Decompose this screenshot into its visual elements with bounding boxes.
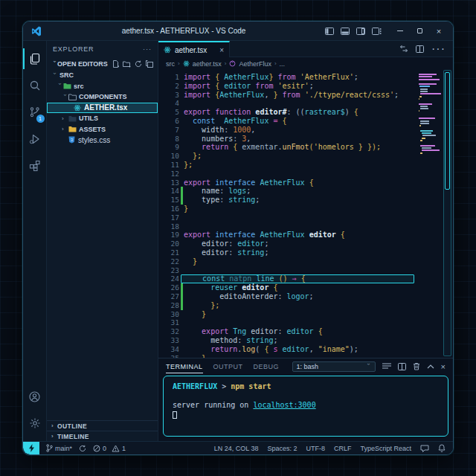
- tree-item-src[interactable]: ›SRC: [47, 70, 158, 81]
- code-line-20[interactable]: 20 editor: editor;: [158, 239, 453, 248]
- code-line-8[interactable]: 8 numbers: 3,: [158, 135, 453, 144]
- code-line-35[interactable]: 35 }: [158, 354, 453, 358]
- tree-item-styles-css[interactable]: 3styles.css: [47, 135, 158, 146]
- code-line-5[interactable]: 5export function editor#: ((rastrear$) {: [158, 108, 453, 117]
- code-line-17[interactable]: 17: [158, 213, 453, 222]
- code-line-11[interactable]: 11};: [158, 161, 453, 170]
- tab-debug[interactable]: DEBUG: [254, 360, 280, 373]
- code-line-21[interactable]: 21 editor: string;: [158, 248, 453, 257]
- scrollbar-thumb[interactable]: [445, 72, 450, 190]
- activity-explorer[interactable]: [23, 45, 47, 72]
- panel-maximize-icon[interactable]: [427, 364, 434, 369]
- encoding[interactable]: UTF-8: [306, 445, 325, 452]
- code-line-7[interactable]: 7 width: 1000,: [158, 126, 453, 135]
- sync-status[interactable]: [79, 445, 86, 452]
- code-line-9[interactable]: 9 return { exmentar.unFmot('homelors } }…: [158, 143, 453, 152]
- layout-sidebar-left-icon[interactable]: [325, 28, 334, 35]
- maximize-button[interactable]: [411, 25, 428, 38]
- title-bar: aether.tsx - AETHERFLUX - VS Code ×: [23, 22, 453, 41]
- tab-output[interactable]: OUTPUT: [213, 360, 243, 373]
- code-line-6[interactable]: 6 const AetherFlux = {: [158, 117, 453, 126]
- activity-search[interactable]: [23, 72, 47, 99]
- cursor-position[interactable]: LN 24, COL 38: [214, 445, 259, 452]
- eol-sequence[interactable]: CRLF: [334, 445, 352, 452]
- code-line-31[interactable]: 31: [158, 318, 453, 327]
- editor-scrollbar[interactable]: [443, 70, 451, 356]
- code-line-23[interactable]: 23: [158, 266, 453, 275]
- code-line-26[interactable]: 26 reuser editor {: [158, 283, 453, 292]
- close-button[interactable]: ×: [431, 25, 447, 38]
- code-line-30[interactable]: 30 }: [158, 310, 453, 319]
- code-line-28[interactable]: 28 };: [158, 301, 453, 310]
- timeline-section[interactable]: › TIMELINE: [47, 431, 158, 441]
- activity-account[interactable]: [23, 383, 47, 410]
- breadcrumb-src[interactable]: src: [166, 60, 175, 68]
- code-line-14[interactable]: 14 name: logs;: [158, 187, 453, 196]
- code-line-13[interactable]: 13export interface AetherFlux {: [158, 178, 453, 187]
- code-line-3[interactable]: 3import {AetherFlux, } from './ttype/rea…: [158, 91, 453, 100]
- indentation[interactable]: Spaces: 2: [267, 445, 297, 452]
- breadcrumb-file[interactable]: aether.tsx: [193, 60, 222, 68]
- code-line-4[interactable]: 4: [158, 99, 453, 108]
- git-branch-status[interactable]: main*: [46, 444, 72, 452]
- code-line-2[interactable]: 2import { editor from 'esitr';: [158, 82, 453, 91]
- minimap[interactable]: [419, 74, 441, 155]
- panel-close-icon[interactable]: ×: [441, 362, 446, 371]
- code-line-12[interactable]: 12: [158, 170, 453, 178]
- problems-status[interactable]: 0 1: [93, 445, 126, 452]
- open-changes-icon[interactable]: [399, 45, 408, 53]
- tab-terminal[interactable]: TERMINAL: [166, 360, 203, 373]
- breadcrumb-more[interactable]: ...: [280, 60, 286, 68]
- feedback-icon[interactable]: [420, 445, 429, 452]
- line-number: 22: [158, 257, 179, 266]
- tree-item-src[interactable]: ›src: [47, 81, 158, 92]
- code-line-19[interactable]: 19export interface AetherFlux editor {: [158, 231, 453, 239]
- new-file-icon[interactable]: [112, 60, 119, 68]
- more-actions-icon[interactable]: ···: [431, 42, 446, 56]
- terminal-menu-icon[interactable]: [382, 363, 391, 370]
- code-editor[interactable]: 1import { AetherFlux} from 'AetherFlux';…: [158, 70, 453, 358]
- open-editors-section[interactable]: › OPEN EDITORS: [47, 57, 158, 70]
- line-number: 26: [158, 283, 179, 292]
- code-line-33[interactable]: 33 method: string;: [158, 336, 453, 345]
- layout-sidebar-right-icon[interactable]: [356, 28, 365, 35]
- activity-run-debug[interactable]: [23, 126, 47, 152]
- code-line-32[interactable]: 32 export Tng editor: editor {: [158, 327, 453, 336]
- code-line-15[interactable]: 15 type: string;: [158, 196, 453, 205]
- minimize-button[interactable]: [392, 25, 408, 38]
- code-line-10[interactable]: 10 };: [158, 152, 453, 161]
- terminal-shell-select[interactable]: 1: bash ›: [292, 361, 376, 372]
- remote-indicator[interactable]: [23, 442, 39, 454]
- collapse-all-icon[interactable]: [146, 60, 153, 68]
- outline-section[interactable]: › OUTLINE: [47, 420, 158, 431]
- code-line-24[interactable]: 24 const natpn line () ⇒ {: [158, 274, 453, 283]
- breadcrumb-symbol[interactable]: AetherFlux: [239, 60, 271, 68]
- layout-customize-icon[interactable]: [372, 28, 382, 35]
- activity-source-control[interactable]: 1: [23, 99, 47, 126]
- split-editor-icon[interactable]: [416, 45, 424, 53]
- layout-panel-icon[interactable]: [341, 28, 350, 35]
- refresh-icon[interactable]: [135, 60, 142, 68]
- tree-item-aether-tsx[interactable]: AETHER.tsx: [47, 103, 158, 114]
- code-line-16[interactable]: 16}: [158, 205, 453, 213]
- code-line-34[interactable]: 34 return.log( { s editor, "iname");: [158, 345, 453, 354]
- explorer-more-icon[interactable]: ···: [143, 45, 152, 53]
- trash-icon[interactable]: [413, 362, 420, 370]
- tab-close-icon[interactable]: ×: [219, 46, 224, 54]
- new-folder-icon[interactable]: [123, 60, 131, 68]
- bell-icon[interactable]: [438, 444, 446, 452]
- code-line-18[interactable]: 18: [158, 222, 453, 231]
- activity-settings[interactable]: [23, 410, 47, 437]
- activity-extensions[interactable]: [23, 152, 47, 179]
- language-mode[interactable]: TypeScript React: [360, 445, 411, 452]
- tree-item-utils[interactable]: ›UTILS: [47, 113, 158, 124]
- tree-item-components[interactable]: ›COMPONENTS: [47, 91, 158, 103]
- tab-aether-tsx[interactable]: aether.tsx ×: [158, 41, 230, 57]
- code-line-22[interactable]: 22 }: [158, 257, 453, 266]
- terminal-output[interactable]: AETHERFLUX > npm start server running on…: [163, 376, 448, 437]
- code-line-1[interactable]: 1import { AetherFlux} from 'AetherFlux';: [158, 73, 453, 82]
- split-terminal-icon[interactable]: [398, 363, 406, 370]
- code-line-27[interactable]: 27 editoAnterder: logor;: [158, 292, 453, 301]
- tree-item-assets[interactable]: ›ASSETS: [47, 124, 158, 135]
- breadcrumb[interactable]: src › aether.tsx › AetherFlux › ...: [158, 57, 453, 70]
